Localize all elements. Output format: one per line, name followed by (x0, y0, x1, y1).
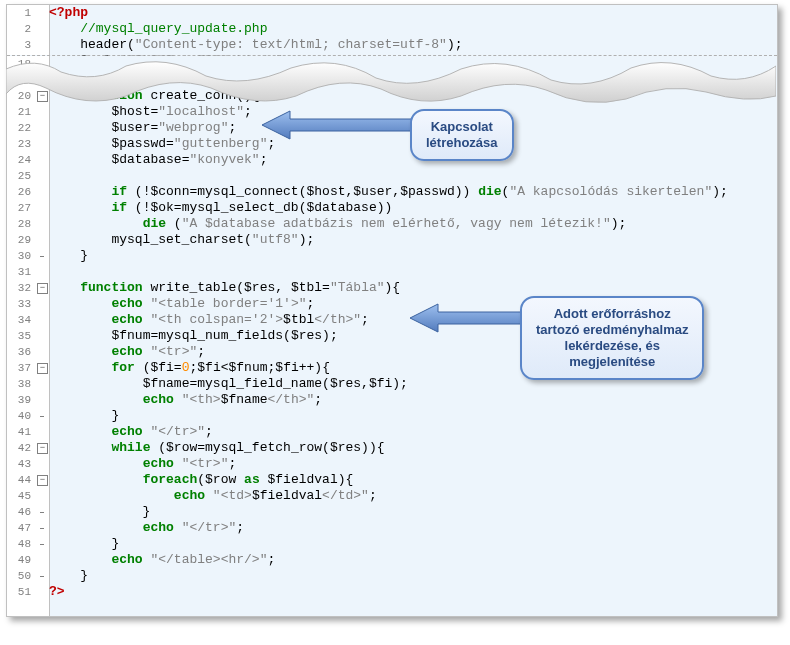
line-number: 30 (7, 248, 35, 264)
fold-toggle-icon[interactable]: − (37, 443, 48, 454)
line-number: 50 (7, 568, 35, 584)
callout-text: Kapcsolat (431, 119, 493, 134)
fold-margin-bottom: −−−−− (35, 56, 50, 616)
line-number: 38 (7, 376, 35, 392)
line-number: 31 (7, 264, 35, 280)
fold-toggle-icon[interactable]: − (37, 91, 48, 102)
line-number: 49 (7, 552, 35, 568)
code-line: echo "<th>$fname</th>"; (49, 392, 777, 408)
line-number: 22 (7, 120, 35, 136)
callout-text: lekérdezése, és (565, 338, 660, 353)
code-line: header("Content-type: text/html; charset… (49, 37, 777, 53)
line-number: 44 (7, 472, 35, 488)
code-line: while ($row=mysql_fetch_row($res)){ (49, 440, 777, 456)
line-number: 45 (7, 488, 35, 504)
code-line: echo "<tr>"; (49, 456, 777, 472)
code-line: } (49, 568, 777, 584)
line-number: 23 (7, 136, 35, 152)
fold-end-icon (40, 544, 44, 545)
fold-end-icon (40, 416, 44, 417)
line-number: 41 (7, 424, 35, 440)
code-top: <?php //mysql_query_update.php header("C… (49, 5, 777, 55)
fold-toggle-icon[interactable]: − (37, 283, 48, 294)
code-line: function create_conn(){ (49, 88, 777, 104)
line-number: 43 (7, 456, 35, 472)
fold-end-icon (40, 576, 44, 577)
fold-end-icon (40, 256, 44, 257)
line-number: 20 (7, 88, 35, 104)
line-number: 47 (7, 520, 35, 536)
code-line: } (49, 408, 777, 424)
line-number: 1 (7, 5, 35, 21)
code-line: die ("A $database adatbázis nem elérhető… (49, 216, 777, 232)
line-number: 51 (7, 584, 35, 600)
fold-end-icon (40, 528, 44, 529)
code-line: echo "</tr>"; (49, 520, 777, 536)
line-number: 29 (7, 232, 35, 248)
code-line: echo "</tr>"; (49, 424, 777, 440)
code-line: } (49, 536, 777, 552)
callout-connection: Kapcsolat létrehozása (410, 109, 514, 161)
code-line: } (49, 504, 777, 520)
line-gutter-bottom: 1819202122232425262728293031323334353637… (7, 56, 36, 616)
line-number: 28 (7, 216, 35, 232)
line-number: 36 (7, 344, 35, 360)
fold-end-icon (40, 512, 44, 513)
fold-toggle-icon[interactable]: − (37, 475, 48, 486)
line-number: 18 (7, 56, 35, 72)
line-number: 26 (7, 184, 35, 200)
line-number: 46 (7, 504, 35, 520)
line-number: 2 (7, 21, 35, 37)
line-number: 34 (7, 312, 35, 328)
code-line: ?> (49, 584, 777, 600)
line-number: 40 (7, 408, 35, 424)
code-line: if (!$ok=mysql_select_db($database)) (49, 200, 777, 216)
code-line: //mysql_query_update.php (49, 21, 777, 37)
code-line: function write_table($res, $tbl="Tábla")… (49, 280, 777, 296)
fold-toggle-icon[interactable]: − (37, 363, 48, 374)
callout-text: megjelenítése (569, 354, 655, 369)
line-gutter-top: 123 (7, 5, 36, 55)
code-line: if (!$conn=mysql_connect($host,$user,$pa… (49, 184, 777, 200)
line-number: 37 (7, 360, 35, 376)
code-top-slice: 123 <?php //mysql_query_update.php heade… (7, 5, 777, 56)
callout-text: tartozó eredményhalmaz (536, 322, 688, 337)
line-number: 19 (7, 72, 35, 88)
code-line: } (49, 248, 777, 264)
fold-margin-top (35, 5, 50, 55)
line-number: 39 (7, 392, 35, 408)
code-line: foreach($row as $fieldval){ (49, 472, 777, 488)
callout-text: Adott erőforráshoz (554, 306, 671, 321)
line-number: 21 (7, 104, 35, 120)
code-line (49, 56, 777, 72)
line-number: 48 (7, 536, 35, 552)
callout-text: létrehozása (426, 135, 498, 150)
code-line: echo "<td>$fieldval</td>"; (49, 488, 777, 504)
line-number: 42 (7, 440, 35, 456)
code-line: <?php (49, 5, 777, 21)
line-number: 3 (7, 37, 35, 53)
line-number: 33 (7, 296, 35, 312)
callout-write-table: Adott erőforráshoz tartozó eredményhalma… (520, 296, 704, 380)
code-line: mysql_set_charset("utf8"); (49, 232, 777, 248)
line-number: 25 (7, 168, 35, 184)
code-line: echo "</table><hr/>"; (49, 552, 777, 568)
line-number: 27 (7, 200, 35, 216)
code-screenshot: 123 <?php //mysql_query_update.php heade… (0, 0, 790, 645)
code-line (49, 264, 777, 280)
line-number: 35 (7, 328, 35, 344)
code-line (49, 168, 777, 184)
line-number: 32 (7, 280, 35, 296)
line-number: 24 (7, 152, 35, 168)
code-line (49, 72, 777, 88)
